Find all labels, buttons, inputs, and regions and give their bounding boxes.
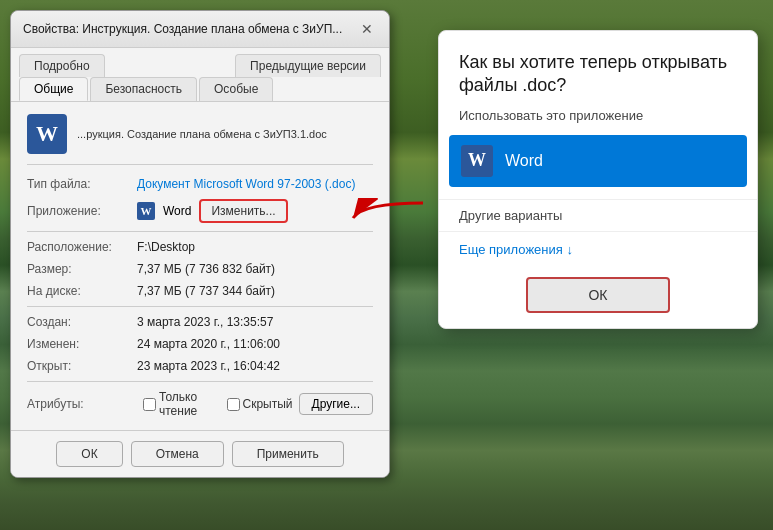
modified-label: Изменен:	[27, 337, 137, 351]
disk-label: На диске:	[27, 284, 137, 298]
dialog-footer: ОК Отмена Применить	[11, 430, 389, 477]
disk-value: 7,37 МБ (7 737 344 байт)	[137, 284, 373, 298]
hidden-checkbox-label[interactable]: Скрытый	[227, 397, 293, 411]
attributes-row: Атрибуты: Только чтение Скрытый Другие..…	[27, 390, 373, 418]
modified-row: Изменен: 24 марта 2020 г., 11:06:00	[27, 337, 373, 351]
open-with-dialog: Как вы хотите теперь открывать файлы .do…	[438, 30, 758, 329]
tabs-row1: Подробно Предыдущие версии	[11, 48, 389, 77]
hidden-label: Скрытый	[243, 397, 293, 411]
location-value: F:\Desktop	[137, 240, 373, 254]
size-value: 7,37 МБ (7 736 832 байт)	[137, 262, 373, 276]
attributes-other-button[interactable]: Другие...	[299, 393, 373, 415]
dialog-title: Свойства: Инструкция. Создание плана обм…	[23, 22, 342, 36]
created-row: Создан: 3 марта 2023 г., 13:35:57	[27, 315, 373, 329]
modified-value: 24 марта 2020 г., 11:06:00	[137, 337, 373, 351]
arrow-indicator	[343, 198, 433, 241]
tab-previous-versions[interactable]: Предыдущие версии	[235, 54, 381, 77]
readonly-checkbox-label[interactable]: Только чтение	[143, 390, 221, 418]
ok-button[interactable]: ОК	[56, 441, 122, 467]
created-label: Создан:	[27, 315, 137, 329]
tab-detailed[interactable]: Подробно	[19, 54, 105, 77]
readonly-checkbox[interactable]	[143, 398, 156, 411]
opened-label: Открыт:	[27, 359, 137, 373]
type-label: Тип файла:	[27, 177, 137, 191]
separator3	[27, 381, 373, 382]
cancel-button[interactable]: Отмена	[131, 441, 224, 467]
properties-dialog: Свойства: Инструкция. Создание плана обм…	[10, 10, 390, 478]
app-value-container: W Word Изменить...	[137, 199, 373, 223]
tab-general[interactable]: Общие	[19, 77, 88, 101]
hidden-checkbox[interactable]	[227, 398, 240, 411]
ow-word-icon: W	[461, 145, 493, 177]
open-with-title: Как вы хотите теперь открывать файлы .do…	[439, 31, 757, 108]
size-label: Размер:	[27, 262, 137, 276]
file-header: W ...рукция. Создание плана обмена с ЗиУ…	[27, 114, 373, 165]
size-row: Размер: 7,37 МБ (7 736 832 байт)	[27, 262, 373, 276]
type-value: Документ Microsoft Word 97-2003 (.doc)	[137, 177, 373, 191]
separator1	[27, 231, 373, 232]
location-label: Расположение:	[27, 240, 137, 254]
opened-row: Открыт: 23 марта 2023 г., 16:04:42	[27, 359, 373, 373]
app-word-icon: W	[137, 202, 155, 220]
apply-button[interactable]: Применить	[232, 441, 344, 467]
created-value: 3 марта 2023 г., 13:35:57	[137, 315, 373, 329]
open-with-subtitle: Использовать это приложение	[439, 108, 757, 135]
file-name: ...рукция. Создание плана обмена с ЗиУП3…	[77, 128, 327, 140]
tab-security[interactable]: Безопасность	[90, 77, 197, 101]
readonly-label: Только чтение	[159, 390, 221, 418]
other-options: Другие варианты	[439, 199, 757, 232]
ow-footer: ОК	[439, 267, 757, 328]
type-row: Тип файла: Документ Microsoft Word 97-20…	[27, 177, 373, 191]
tab-special[interactable]: Особые	[199, 77, 273, 101]
attributes-label: Атрибуты:	[27, 397, 137, 411]
separator2	[27, 306, 373, 307]
dialog-titlebar: Свойства: Инструкция. Создание плана обм…	[11, 11, 389, 48]
opened-value: 23 марта 2023 г., 16:04:42	[137, 359, 373, 373]
location-row: Расположение: F:\Desktop	[27, 240, 373, 254]
change-app-button[interactable]: Изменить...	[199, 199, 287, 223]
tabs-row2: Общие Безопасность Особые	[11, 77, 389, 102]
file-word-icon: W	[27, 114, 67, 154]
dialog-close-button[interactable]: ✕	[357, 19, 377, 39]
dialog-content: W ...рукция. Создание плана обмена с ЗиУ…	[11, 102, 389, 430]
more-apps-link[interactable]: Еще приложения ↓	[439, 232, 757, 267]
app-selection-row[interactable]: W Word	[449, 135, 747, 187]
app-row: Приложение: W Word Изменить...	[27, 199, 373, 223]
app-label: Приложение:	[27, 204, 137, 218]
disk-row: На диске: 7,37 МБ (7 737 344 байт)	[27, 284, 373, 298]
ow-ok-button[interactable]: ОК	[526, 277, 669, 313]
ow-app-name: Word	[505, 152, 543, 170]
app-name: Word	[163, 204, 191, 218]
